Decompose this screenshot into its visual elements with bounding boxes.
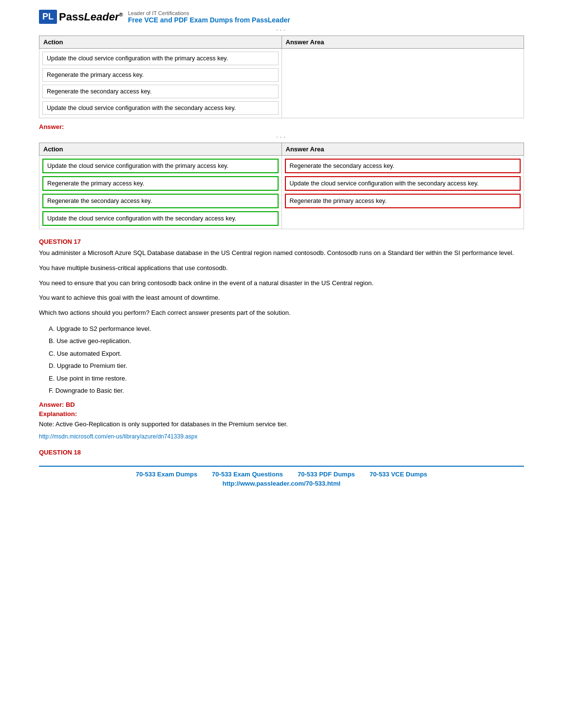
question17-title: QUESTION 17 (39, 238, 524, 245)
footer: 70-533 Exam Dumps 70-533 Exam Questions … (39, 466, 524, 487)
answer-area-cell (282, 49, 524, 118)
logo-reg: ® (119, 11, 123, 17)
table-row: Update the cloud service configuration w… (39, 49, 524, 118)
answer-header: Answer Area (282, 36, 524, 49)
question17-text4: You want to achieve this goal with the l… (39, 293, 524, 303)
option-a: A. Upgrade to S2 performance level. (49, 323, 524, 334)
footer-link-4[interactable]: 70-533 VCE Dumps (370, 471, 428, 478)
logo-pl-box: PL (39, 10, 57, 24)
answer-filled-cell: Regenerate the secondary access key. Upd… (282, 156, 524, 229)
answer-result-item-3[interactable]: Regenerate the primary access key. (285, 194, 521, 208)
page-header: PL PassLeader® Leader of IT Certificatio… (39, 10, 524, 24)
answer-result-item-1[interactable]: Regenerate the secondary access key. (285, 159, 521, 173)
option-d-text: Upgrade to Premium tier. (57, 362, 128, 369)
option-e: E. Use point in time restore. (49, 373, 524, 384)
option-f: F. Downgrade to Basic tier. (49, 385, 524, 396)
answer-table: Action Answer Area Update the cloud serv… (39, 143, 524, 229)
answer-action-item-1[interactable]: Update the cloud service configuration w… (42, 159, 279, 173)
answer-label: Answer: (39, 123, 524, 130)
option-a-text: Upgrade to S2 performance level. (56, 325, 151, 332)
option-b: B. Use active geo-replication. (49, 335, 524, 346)
option-f-key: F. (49, 387, 54, 394)
question-table: Action Answer Area Update the cloud serv… (39, 36, 524, 118)
explanation-title: Explanation: (39, 410, 77, 418)
header-subtitle: Leader of IT Certifications (128, 10, 290, 16)
option-d: D. Upgrade to Premium tier. (49, 360, 524, 371)
option-b-text: Use active geo-replication. (56, 337, 131, 345)
answer-action-cell: Update the cloud service configuration w… (39, 156, 282, 229)
footer-link-1[interactable]: 70-533 Exam Dumps (136, 471, 197, 478)
question18-title: QUESTION 18 (39, 449, 524, 456)
option-f-text: Downgrade to Basic tier. (56, 387, 124, 394)
explanation-text: Note: Active Geo-Replication is only sup… (39, 419, 524, 430)
dots-top: ··· (39, 26, 524, 35)
action-item-2[interactable]: Regenerate the primary access key. (42, 68, 279, 82)
option-a-key: A. (49, 325, 55, 332)
option-b-key: B. (49, 337, 55, 345)
logo-pass: Pass (59, 11, 84, 23)
header-right: Leader of IT Certifications Free VCE and… (128, 10, 290, 24)
options-list: A. Upgrade to S2 performance level. B. U… (49, 323, 524, 396)
action-item-3[interactable]: Regenerate the secondary access key. (42, 85, 279, 98)
question17-text1: You administer a Microsoft Azure SQL Dat… (39, 248, 524, 258)
action-item-1[interactable]: Update the cloud service configuration w… (42, 52, 279, 65)
option-c-key: C. (49, 350, 55, 357)
footer-link-3[interactable]: 70-533 PDF Dumps (298, 471, 355, 478)
answer-result-item-2[interactable]: Update the cloud service configuration w… (285, 176, 521, 191)
explanation-link[interactable]: http://msdn.microsoft.com/en-us/library/… (39, 433, 198, 440)
answer-action-header: Action (39, 143, 282, 156)
action-cell: Update the cloud service configuration w… (39, 49, 282, 118)
footer-links: 70-533 Exam Dumps 70-533 Exam Questions … (39, 471, 524, 478)
option-d-key: D. (49, 362, 55, 369)
footer-url: http://www.passleader.com/70-533.html (223, 480, 340, 487)
option-e-text: Use point in time restore. (56, 375, 127, 382)
option-e-key: E. (49, 375, 55, 382)
logo-pl-text: PL (42, 12, 54, 21)
answer-action-item-3[interactable]: Regenerate the secondary access key. (42, 194, 279, 208)
question17-text3: You need to ensure that you can bring co… (39, 278, 524, 289)
answer-action-item-2[interactable]: Regenerate the primary access key. (42, 176, 279, 191)
dots-answer: ··· (39, 133, 524, 142)
action-header: Action (39, 36, 282, 49)
header-tagline: Free VCE and PDF Exam Dumps from PassLea… (128, 16, 290, 24)
option-c-text: Use automated Export. (57, 350, 122, 357)
logo-text: PassLeader® (59, 11, 123, 23)
question17-text5: Which two actions should you perform? Ea… (39, 308, 524, 318)
answer-table-row: Update the cloud service configuration w… (39, 156, 524, 229)
q17-answer-value: BD (66, 401, 75, 408)
action-item-4[interactable]: Update the cloud service configuration w… (42, 101, 279, 115)
answer-action-item-4[interactable]: Update the cloud service configuration w… (42, 211, 279, 226)
option-c: C. Use automated Export. (49, 348, 524, 359)
answer-answer-header: Answer Area (282, 143, 524, 156)
logo-leader: Leader (84, 11, 119, 23)
question17-text2: You have multiple business-critical appl… (39, 263, 524, 273)
footer-link-2[interactable]: 70-533 Exam Questions (212, 471, 283, 478)
q17-answer-label: Answer: (39, 401, 64, 408)
